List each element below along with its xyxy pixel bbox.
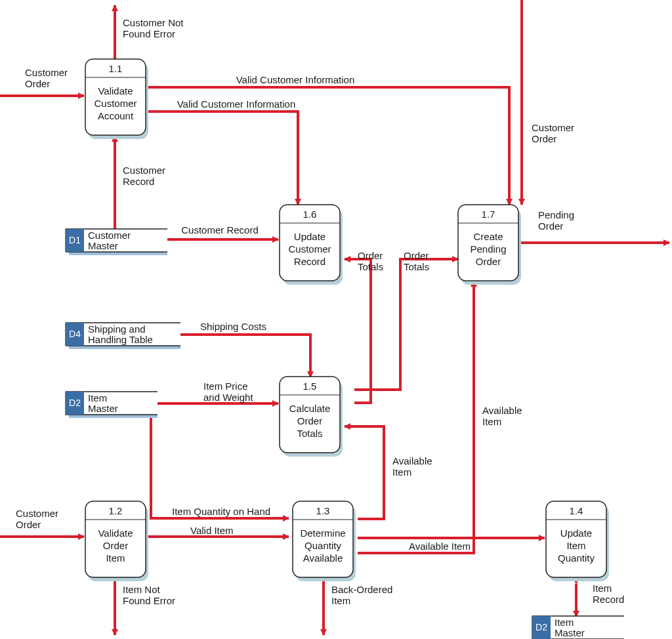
label-avail-item-r1: Available	[482, 405, 522, 416]
svg-text:Totals: Totals	[297, 428, 322, 439]
svg-text:Item: Item	[566, 540, 585, 551]
datastore-d2-bottom: D2 Item Master	[532, 616, 624, 639]
label-order-totals-r1: Order	[404, 250, 429, 261]
svg-text:D2: D2	[536, 622, 547, 632]
label-order-totals-l2: Totals	[358, 261, 383, 272]
datastore-d4: D4 Shipping and Handling Table	[66, 323, 180, 349]
svg-text:1.5: 1.5	[303, 381, 317, 392]
process-1-4: 1.4 Update Item Quantity	[546, 501, 609, 581]
label-item-price-1: Item Price	[203, 381, 248, 392]
label-item-record-1: Item	[593, 583, 612, 594]
svg-text:Handling Table: Handling Table	[88, 334, 153, 345]
svg-text:Determine: Determine	[300, 527, 345, 539]
svg-text:D2: D2	[69, 398, 81, 408]
svg-text:Calculate: Calculate	[289, 403, 331, 414]
svg-text:Pending: Pending	[470, 243, 506, 255]
svg-text:Update: Update	[560, 527, 592, 539]
svg-text:Item: Item	[88, 392, 107, 403]
label-valid-item: Valid Item	[190, 525, 234, 536]
label-item-not-found-2: Found Error	[123, 595, 175, 606]
label-cust-record-2: Customer Record	[181, 224, 259, 236]
svg-text:Customer: Customer	[94, 98, 136, 109]
process-1-2: 1.2 Validate Order Item	[85, 501, 148, 581]
svg-text:Update: Update	[294, 231, 326, 242]
label-item-price-2: and Weight	[203, 392, 253, 403]
label-cust-not-found-2: Found Error	[123, 28, 175, 39]
label-cust-order-17b: Order	[532, 133, 556, 144]
svg-text:Customer: Customer	[88, 230, 131, 241]
svg-text:Quantity: Quantity	[304, 540, 341, 551]
svg-text:Account: Account	[98, 110, 134, 121]
label-valid-cust-info-mid: Valid Customer Information	[177, 98, 296, 110]
svg-text:1.2: 1.2	[109, 505, 123, 516]
label-customer-order-1: Customer	[25, 67, 68, 78]
svg-text:Item: Item	[555, 617, 574, 628]
process-1-5: 1.5 Calculate Order Totals	[280, 377, 343, 457]
label-back-ordered-1: Back-Ordered	[331, 584, 392, 595]
svg-rect-58	[69, 346, 180, 349]
svg-text:1.3: 1.3	[316, 505, 330, 516]
label-avail-item-v2: Item	[392, 466, 411, 478]
datastore-d1: D1 Customer Master	[66, 229, 167, 255]
svg-text:D4: D4	[69, 329, 81, 339]
label-pending-order-1: Pending	[538, 209, 574, 220]
process-1-6: 1.6 Update Customer Record	[280, 205, 343, 285]
label-avail-item-h: Available Item	[409, 541, 471, 552]
svg-rect-67	[69, 415, 158, 418]
flow-order-totals-to-1-6	[345, 259, 371, 403]
svg-text:1.1: 1.1	[109, 63, 123, 74]
flow-available-item-to-1-7	[358, 281, 474, 553]
label-cust-order-12a: Customer	[16, 508, 58, 519]
svg-text:1.7: 1.7	[482, 209, 495, 220]
dfd-diagram: Customer Order Customer Not Found Error …	[0, 0, 672, 639]
svg-text:Validate: Validate	[98, 85, 133, 96]
svg-text:Customer: Customer	[288, 243, 331, 255]
flow-shipping-costs	[180, 335, 310, 377]
svg-text:Master: Master	[88, 403, 118, 414]
svg-text:Create: Create	[473, 231, 503, 242]
label-cust-order-17a: Customer	[532, 122, 574, 133]
svg-text:Available: Available	[303, 552, 343, 564]
label-avail-item-v1: Available	[392, 455, 432, 466]
label-customer-order-1b: Order	[25, 78, 50, 89]
label-cust-record-a: Customer	[123, 165, 165, 176]
svg-text:Quantity: Quantity	[558, 552, 595, 564]
svg-text:Master: Master	[88, 240, 118, 251]
svg-text:Validate: Validate	[98, 527, 133, 539]
process-1-7: 1.7 Create Pending Order	[458, 205, 521, 285]
svg-text:Order: Order	[476, 256, 501, 267]
svg-text:Shipping and: Shipping and	[88, 323, 146, 335]
svg-text:1.6: 1.6	[303, 209, 317, 220]
svg-text:D1: D1	[69, 235, 81, 245]
label-back-ordered-2: Item	[331, 595, 350, 606]
svg-text:Order: Order	[297, 415, 322, 426]
label-avail-item-r2: Item	[482, 416, 501, 427]
label-cust-record-b: Record	[123, 176, 154, 187]
label-item-not-found-1: Item Not	[123, 584, 161, 595]
svg-text:Record: Record	[294, 256, 326, 267]
label-item-qty-on-hand: Item Quantity on Hand	[172, 506, 270, 517]
process-1-1: 1.1 Validate Customer Account	[85, 59, 148, 139]
label-cust-order-12b: Order	[16, 519, 41, 530]
label-shipping-costs: Shipping Costs	[200, 321, 266, 332]
label-item-record-2: Record	[593, 594, 624, 605]
process-1-3: 1.3 Determine Quantity Available	[293, 501, 356, 581]
label-order-totals-l1: Order	[358, 250, 383, 261]
flow-valid-cust-info-to-1-6	[145, 112, 298, 205]
datastore-d2-left: D2 Item Master	[66, 392, 158, 418]
label-order-totals-r2: Totals	[404, 261, 429, 272]
svg-text:Master: Master	[555, 627, 585, 638]
flow-item-qty-on-hand	[151, 416, 289, 518]
svg-text:1.4: 1.4	[570, 505, 583, 516]
svg-text:Order: Order	[103, 540, 128, 551]
svg-rect-49	[69, 252, 167, 255]
label-cust-not-found-1: Customer Not	[123, 17, 184, 28]
label-valid-cust-info-top: Valid Customer Information	[236, 74, 355, 85]
svg-text:Item: Item	[106, 552, 125, 564]
label-pending-order-2: Order	[538, 220, 563, 232]
